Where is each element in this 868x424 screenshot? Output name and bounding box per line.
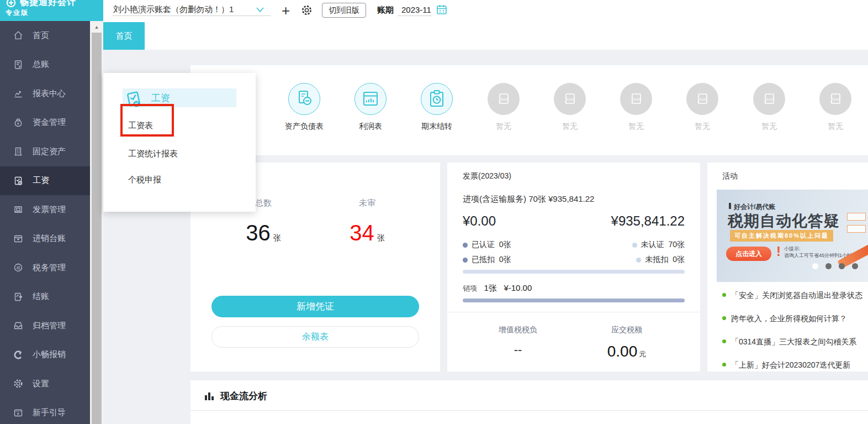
news-item[interactable]: 跨年收入，企业所得税如何计算？	[722, 314, 862, 324]
news-item-text: 「0314直播」三大报表之间勾稽关系	[731, 337, 856, 347]
shortcut-label: 利润表	[340, 122, 401, 132]
period-underline	[398, 15, 432, 16]
sidebar-item-label: 进销台账	[33, 233, 66, 244]
sidebar-item-label: 新手引导	[33, 407, 66, 418]
report-icon	[13, 88, 24, 99]
add-voucher-button[interactable]: 新增凭证	[211, 296, 419, 317]
trade-icon	[13, 233, 24, 244]
placeholder-icon: icon	[819, 83, 851, 115]
invoice-divider	[447, 312, 700, 312]
sidebar-item-salary[interactable]: 工资	[0, 166, 90, 196]
sidebar-scrollbar[interactable]: ▲	[90, 22, 103, 424]
news-item-text: 「上新」好会计20230207迭代更新	[731, 360, 850, 370]
popup-item-salary-stats-report[interactable]: 工资统计报表	[128, 149, 178, 159]
placeholder-icon: icon	[686, 83, 718, 115]
cashflow-title: 现金流分析	[220, 390, 267, 402]
news-item-text: 跨年收入，企业所得税如何计算？	[731, 314, 847, 324]
sidebar-item-label: 报表中心	[33, 88, 66, 99]
svg-text:icon: icon	[700, 97, 707, 101]
sidebar-item-closing[interactable]: ¥结账	[0, 282, 90, 312]
popup-item-personal-tax-filing[interactable]: 个税申报	[128, 175, 161, 185]
topbar: 刘小艳演示账套（勿删勿动！）1 + 切到旧版 账期 2023-11	[103, 0, 868, 22]
green-dot-icon	[722, 316, 726, 320]
green-dot-icon	[722, 339, 726, 343]
brand-logo: 畅捷通好会计 专业版	[0, 0, 103, 21]
balance-icon	[288, 83, 320, 115]
sidebar-item-general-ledger[interactable]: ¥总账	[0, 50, 90, 80]
sidebar-item-label: 总账	[33, 59, 49, 70]
switch-old-version-button[interactable]: 切到旧版	[322, 3, 366, 18]
carousel-dot[interactable]	[852, 263, 858, 269]
tax-due-stat: 应交税额 0.00元	[594, 325, 660, 360]
balance-table-button[interactable]: 余额表	[211, 326, 419, 348]
sidebar-item-archive-management[interactable]: 归档管理	[0, 311, 90, 341]
archive-icon	[13, 320, 24, 331]
calendar-icon[interactable]	[436, 4, 447, 17]
popup-header-salary[interactable]: 工资	[123, 88, 236, 107]
brand-edition: 专业版	[6, 8, 98, 18]
account-underline	[112, 15, 271, 16]
bar-chart-icon	[204, 391, 215, 401]
news-item[interactable]: 「0314直播」三大报表之间勾稽关系	[722, 337, 862, 347]
add-account-button[interactable]: +	[282, 1, 290, 20]
salary-icon	[13, 175, 24, 186]
news-list: 「安全」关闭浏览器自动退出登录状态跨年收入，企业所得税如何计算？「0314直播」…	[722, 291, 862, 384]
shortcut-carryover[interactable]: 期末结转	[406, 83, 467, 132]
sidebar-item-fixed-assets[interactable]: 固定资产	[0, 137, 90, 166]
voucher-unreviewed-value: 34张	[337, 221, 398, 245]
sidebar-item-purchase-sales[interactable]: 进销台账	[0, 224, 90, 254]
sidebar-item-invoice-management[interactable]: 发票管理	[0, 195, 90, 224]
shortcut-income[interactable]: 利润表	[340, 83, 401, 132]
scrollbar-thumb[interactable]	[92, 33, 102, 424]
activity-title: 活动	[722, 171, 738, 181]
svg-text:icon: icon	[567, 97, 574, 101]
promo-banner[interactable]: 好会计/易代账 税期自动化答疑 可自主解决税期80%以上问题 点击进入 ! 小提…	[717, 190, 868, 282]
news-item-text: 「安全」关闭浏览器自动退出登录状态	[731, 291, 862, 301]
app-root: 刘小艳演示账套（勿删勿动！）1 + 切到旧版 账期 2023-11 畅捷通好会计…	[0, 0, 868, 424]
placeholder-icon: icon	[620, 83, 652, 115]
shortcut-label: 暂无	[473, 122, 534, 132]
chevron-down-icon[interactable]	[256, 6, 264, 15]
sidebar-item-xiaochang-reimburse[interactable]: 小畅报销	[0, 341, 90, 370]
carryover-icon	[421, 83, 453, 115]
ledger-icon: ¥	[13, 59, 24, 70]
tab-home[interactable]: 首页	[103, 22, 145, 50]
invoice-legend-row-1: 已认证 0张 未认证 70张	[463, 240, 685, 250]
banner-tag-icon	[847, 225, 866, 233]
shortcut-placeholder: icon暂无	[473, 83, 534, 132]
news-item[interactable]: 「安全」关闭浏览器自动退出登录状态	[722, 291, 862, 301]
banner-enter-button[interactable]: 点击进入	[726, 247, 771, 261]
legend-uncertified: 未认证 70张	[632, 240, 685, 250]
placeholder-icon: icon	[488, 83, 520, 115]
sidebar-item-beginner-guide[interactable]: 新手引导	[0, 399, 90, 424]
sidebar-item-label: 资金管理	[33, 117, 66, 128]
period-value[interactable]: 2023-11	[401, 5, 431, 14]
invoice-output-line: 销项 1张 ¥-10.00	[463, 283, 532, 294]
sidebar-item-report-center[interactable]: 报表中心	[0, 79, 90, 108]
carousel-dot[interactable]	[839, 263, 845, 269]
cashflow-divider	[190, 410, 868, 411]
account-selector[interactable]: 刘小艳演示账套（勿删勿动！）1	[113, 4, 234, 15]
sidebar-item-home[interactable]: 首页	[0, 21, 90, 50]
invoice-uncertified-amount: ¥935,841.22	[611, 213, 685, 229]
svg-text:icon: icon	[501, 97, 508, 101]
shortcut-placeholder: icon暂无	[739, 83, 800, 132]
legend-undeducted: 未抵扣 0张	[636, 255, 685, 265]
shortcut-balance[interactable]: 资产负债表	[274, 83, 335, 132]
carousel-dot[interactable]	[812, 263, 818, 269]
sidebar-item-tax-management[interactable]: 税税务管理	[0, 253, 90, 282]
sidebar-item-settings[interactable]: 设置	[0, 369, 90, 399]
carousel-dot[interactable]	[825, 263, 832, 269]
fund-icon: ¥	[13, 117, 24, 128]
sidebar-item-fund-management[interactable]: ¥资金管理	[0, 108, 90, 138]
light-dot-icon	[632, 243, 637, 248]
news-item[interactable]: 「上新」好会计20230207迭代更新	[722, 360, 862, 370]
popup-item-salary-table[interactable]: 工资表	[128, 121, 153, 131]
asset-icon	[13, 146, 24, 157]
shortcut-placeholder: icon暂无	[539, 83, 600, 132]
scrollbar-up-arrow-icon[interactable]: ▲	[90, 22, 103, 32]
gear-icon[interactable]	[301, 4, 313, 18]
green-dot-icon	[722, 363, 726, 367]
legend-certified: 已认证 0张	[463, 240, 511, 250]
voucher-total-value: 36张	[233, 221, 294, 245]
